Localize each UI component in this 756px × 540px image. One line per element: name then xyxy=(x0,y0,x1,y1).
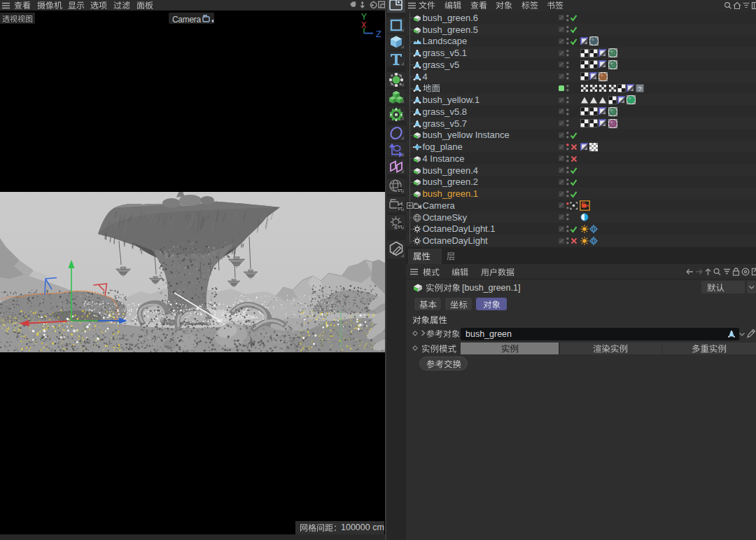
svg-text:Y: Y xyxy=(361,12,367,22)
svg-text:Z: Z xyxy=(376,29,382,39)
svg-text:?: ? xyxy=(638,84,642,92)
